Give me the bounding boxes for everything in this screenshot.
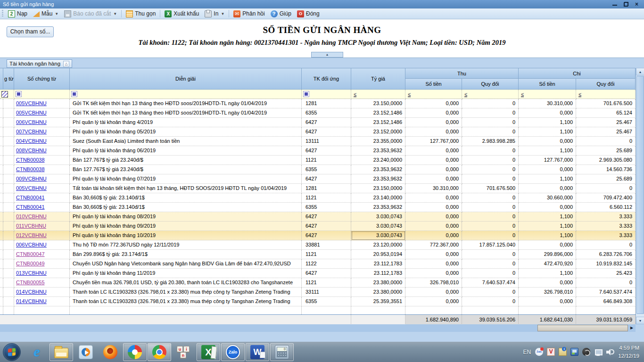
table-row[interactable]: CTNB00041Bán 30,660$ tỷ giá: 23.140đ/1$1… [0, 193, 636, 203]
cell-thu-so-tien[interactable]: 0,000 [405, 203, 462, 212]
cell-chi-so-tien[interactable]: 1,100 [519, 222, 576, 231]
taskbar-item-windows-explorer[interactable] [50, 343, 73, 361]
cell-thu-quy-doi[interactable]: 701.676.500 [462, 184, 519, 193]
horizontal-scrollbar[interactable]: ▶ [0, 324, 636, 332]
cell-tk-doi-ung[interactable]: 1121 [302, 278, 351, 288]
document-number-link[interactable]: CTNB00047 [14, 250, 70, 259]
cell-ngay-chung-tu[interactable] [3, 203, 14, 212]
cell-tk-doi-ung[interactable]: 1121 [302, 250, 351, 259]
cell-dien-giai[interactable]: Thu hộ TĐ món 772.367USD ngày 12/11/2019 [70, 240, 302, 250]
cell-thu-quy-doi[interactable]: 0 [462, 203, 519, 212]
cell-thu-so-tien[interactable]: 772.367,000 [405, 240, 462, 250]
cell-dien-giai[interactable]: Bán 127.767$ tỷ giá 23.240đ/$ [70, 165, 302, 174]
filter-box-icon[interactable] [71, 91, 77, 97]
cell-ngay-chung-tu[interactable] [3, 127, 14, 137]
cell-tk-doi-ung[interactable]: 13111 [302, 137, 351, 146]
cell-ty-gia[interactable]: 3.030,0743 [351, 222, 405, 231]
toolbar-button-collapse-rows[interactable]: Thu gọn [123, 9, 158, 18]
cell-ngay-chung-tu[interactable] [3, 278, 14, 288]
cell-tk-doi-ung[interactable]: 1281 [302, 99, 351, 108]
vertical-scroll-thumb[interactable] [636, 76, 644, 314]
cell-chi-quy-doi[interactable]: 6.283.726.706 [576, 250, 636, 259]
document-number-link[interactable]: 013VCBHNU [14, 269, 70, 278]
cell-thu-quy-doi[interactable]: 0 [462, 193, 519, 203]
taskbar-item-excel[interactable] [197, 343, 220, 361]
cell-ngay-chung-tu[interactable] [3, 259, 14, 269]
document-number-link[interactable]: 005VCBHNU [14, 108, 70, 118]
cell-chi-so-tien[interactable]: 0,000 [519, 240, 576, 250]
cell-thu-quy-doi[interactable]: 0 [462, 174, 519, 184]
start-button[interactable] [3, 343, 21, 361]
cell-chi-quy-doi[interactable]: 0 [576, 184, 636, 193]
taskbar-item-chrome[interactable] [148, 343, 171, 361]
taskbar-item-calculator[interactable] [270, 343, 294, 361]
cell-row-selector[interactable] [0, 297, 3, 306]
cell-chi-so-tien[interactable]: 0,000 [519, 278, 576, 288]
cell-thu-so-tien[interactable]: 0,000 [405, 156, 462, 165]
cell-thu-so-tien[interactable]: 127.767,000 [405, 137, 462, 146]
cell-thu-quy-doi[interactable]: 0 [462, 231, 519, 240]
cell-chi-quy-doi[interactable]: 6.560.112 [576, 203, 636, 212]
cell-ty-gia[interactable]: 23.380,0000 [351, 278, 405, 288]
filter-cell-tygia[interactable]: ≤ [351, 90, 405, 99]
cell-thu-so-tien[interactable]: 0,000 [405, 118, 462, 127]
cell-thu-quy-doi[interactable]: 0 [462, 250, 519, 259]
cell-ngay-chung-tu[interactable] [3, 231, 14, 240]
document-number-link[interactable]: CTNB00038 [14, 156, 70, 165]
cell-chi-so-tien[interactable]: 472.470,920 [519, 259, 576, 269]
cell-tk-doi-ung[interactable]: 1121 [302, 156, 351, 165]
cell-chi-so-tien[interactable]: 0,000 [519, 137, 576, 146]
header-ngay-chung-tu[interactable]: g từ [3, 68, 14, 90]
header-dien-giai[interactable]: Diễn giải [70, 68, 302, 90]
table-row[interactable]: CTNB00038Bán 127.767$ tỷ giá 23.240đ/$63… [0, 165, 636, 174]
table-row[interactable]: 013VCBHNUPhí quản lý tài khoản tháng 11/… [0, 269, 636, 278]
cell-row-selector[interactable] [0, 184, 3, 193]
taskbar-item-firefox[interactable] [99, 343, 122, 361]
document-number-link[interactable]: 006VCBHNU [14, 240, 70, 250]
cell-tk-doi-ung[interactable]: 6427 [302, 118, 351, 127]
cell-tk-doi-ung[interactable]: 1122 [302, 259, 351, 269]
cell-chi-so-tien[interactable]: 299.896,000 [519, 250, 576, 259]
table-row[interactable]: 005VCBHNUTất toán tài khoản tiết kiệm th… [0, 184, 636, 193]
chevron-down-icon[interactable]: ▼ [55, 12, 58, 16]
cell-chi-quy-doi[interactable]: 65.124 [576, 108, 636, 118]
cell-chi-quy-doi[interactable]: 0 [576, 240, 636, 250]
cell-chi-quy-doi[interactable]: 3.333 [576, 212, 636, 222]
cell-ty-gia[interactable]: 23.120,0000 [351, 240, 405, 250]
cell-tk-doi-ung[interactable]: 1281 [302, 184, 351, 193]
cell-ngay-chung-tu[interactable] [3, 156, 14, 165]
cell-row-selector[interactable] [0, 222, 3, 231]
toolbar-button-template[interactable]: Mẫu▼ [30, 9, 61, 18]
cell-ty-gia[interactable]: 23.152,1486 [351, 118, 405, 127]
cell-dien-giai[interactable]: Phí quản lý tài khoản tháng 10/2019 [70, 231, 302, 240]
cell-row-selector[interactable] [0, 269, 3, 278]
cell-tk-doi-ung[interactable]: 33881 [302, 240, 351, 250]
chevron-down-icon[interactable]: ▼ [113, 12, 117, 16]
cell-tk-doi-ung[interactable]: 6427 [302, 127, 351, 137]
cell-ngay-chung-tu[interactable] [3, 269, 14, 278]
cell-thu-quy-doi[interactable]: 0 [462, 165, 519, 174]
header-thu[interactable]: Thu [405, 68, 519, 79]
header-tk-doi-ung[interactable]: TK đối ứng [302, 68, 351, 90]
cell-chi-so-tien[interactable]: 30.660,000 [519, 193, 576, 203]
cell-thu-quy-doi[interactable]: 17.857.125.040 [462, 240, 519, 250]
filter-operator-icon[interactable]: ≤ [407, 91, 411, 97]
cell-thu-so-tien[interactable]: 0,000 [405, 174, 462, 184]
filter-cell-tk-doi-ung[interactable] [302, 90, 351, 99]
cell-ty-gia[interactable]: 25.359,3551 [351, 297, 405, 306]
cell-ngay-chung-tu[interactable] [3, 108, 14, 118]
sort-triangle-icon[interactable]: △ [63, 61, 69, 67]
tray-volume-icon[interactable] [606, 348, 614, 356]
group-by-tab[interactable]: Tài khoản ngân hàng △ [7, 59, 72, 68]
filter-cell-dien-giai[interactable] [70, 90, 302, 99]
cell-chi-quy-doi[interactable]: 709.472.400 [576, 193, 636, 203]
tray-app-icon[interactable] [582, 348, 590, 356]
table-row[interactable]: CTNB00049Chuyển USD Ngân hàng Vietcomban… [0, 259, 636, 269]
table-row[interactable]: 011VCBHNUPhí quản lý tài khoản tháng 09/… [0, 222, 636, 231]
scroll-up-icon[interactable]: ▲ [636, 68, 644, 75]
cell-ty-gia[interactable]: 20.953,0194 [351, 250, 405, 259]
filter-box-icon[interactable] [303, 91, 309, 97]
scroll-right-icon[interactable]: ▶ [628, 324, 636, 332]
cell-chi-quy-doi[interactable]: 25.467 [576, 118, 636, 127]
cell-ty-gia[interactable]: 23.112,1783 [351, 269, 405, 278]
